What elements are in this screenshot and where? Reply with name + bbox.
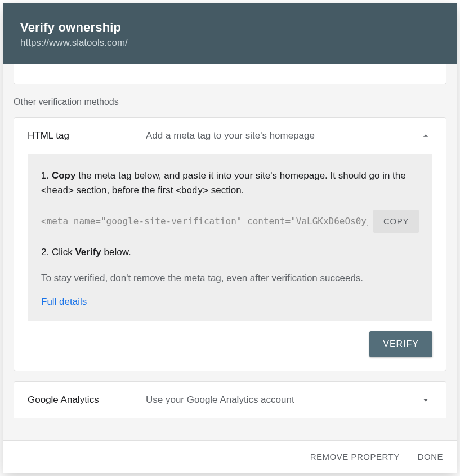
done-button[interactable]: DONE [418,452,443,461]
copy-button[interactable]: COPY [373,210,419,233]
step2-suffix: below. [101,247,131,257]
step1-code-head: <head> [41,185,74,195]
step1-mid2: section, before the first [74,185,176,195]
step1-prefix: 1. [41,170,52,181]
step2-bold: Verify [75,247,101,257]
method-header-google-analytics[interactable]: Google Analytics Use your Google Analyti… [14,382,446,418]
other-verification-methods-label: Other verification methods [3,84,457,117]
previous-card-bottom [14,64,446,84]
method-desc: Add a meta tag to your site's homepage [146,130,419,141]
dialog-footer: REMOVE PROPERTY DONE [3,440,457,473]
method-name: Google Analytics [28,394,146,406]
method-card-google-analytics: Google Analytics Use your Google Analyti… [14,381,446,418]
instructions-panel: 1. Copy the meta tag below, and paste it… [28,154,432,321]
step-1-text: 1. Copy the meta tag below, and paste it… [41,168,419,197]
method-header-html-tag[interactable]: HTML tag Add a meta tag to your site's h… [14,118,446,154]
method-desc: Use your Google Analytics account [146,394,419,406]
dialog-content: Other verification methods HTML tag Add … [3,64,457,440]
dialog-header: Verify ownership https://www.slatools.co… [3,3,457,64]
step1-code-body: <body> [176,185,208,195]
meta-tag-input[interactable] [41,212,368,230]
verify-row: VERIFY [28,321,432,357]
method-body-html-tag: 1. Copy the meta tag below, and paste it… [14,154,446,371]
meta-tag-row: COPY [41,210,419,233]
chevron-up-icon [419,129,432,143]
method-card-html-tag: HTML tag Add a meta tag to your site's h… [14,117,446,371]
chevron-down-icon [419,393,432,407]
stay-verified-text: To stay verified, don't remove the meta … [41,271,419,286]
verify-ownership-dialog: Verify ownership https://www.slatools.co… [3,3,457,473]
remove-property-button[interactable]: REMOVE PROPERTY [310,452,400,461]
verify-button[interactable]: VERIFY [369,331,432,357]
step1-suffix: section. [208,185,244,195]
full-details-link[interactable]: Full details [41,296,87,308]
method-name: HTML tag [28,130,146,141]
step1-mid: the meta tag below, and paste it into yo… [75,170,405,181]
step-2-text: 2. Click Verify below. [41,245,419,260]
step2-prefix: 2. Click [41,247,75,257]
dialog-title: Verify ownership [20,20,440,35]
step1-bold: Copy [52,170,76,181]
dialog-property-url: https://www.slatools.com/ [20,37,440,48]
